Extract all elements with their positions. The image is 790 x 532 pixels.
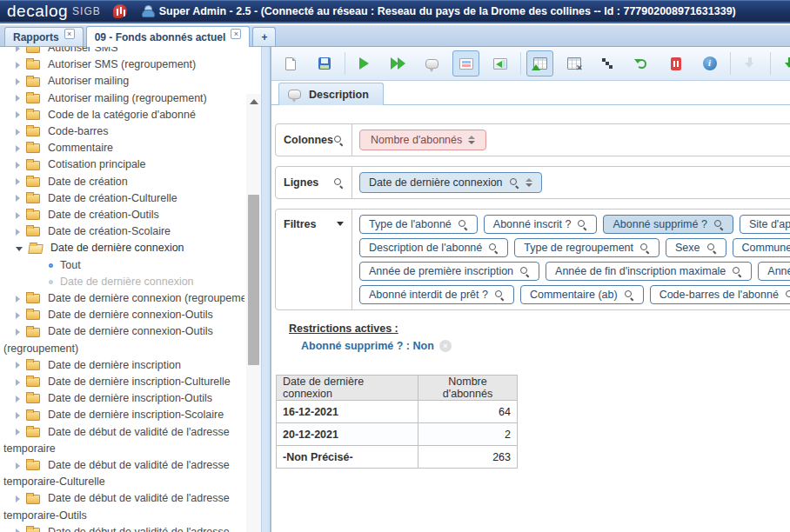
tree-item-label[interactable]: Autoriser mailing: [48, 73, 129, 90]
run-all-icon[interactable]: [385, 50, 412, 76]
filter-chip[interactable]: Description de l'abonné: [359, 238, 508, 257]
tree-item-label[interactable]: Date de début de validité de l'adresse: [48, 490, 230, 507]
chevron-right-icon[interactable]: [16, 212, 20, 219]
chevron-right-icon[interactable]: [16, 312, 20, 319]
tree-item[interactable]: Date de dernière connexion (regroupement…: [2, 290, 244, 307]
close-icon[interactable]: ×: [231, 29, 241, 39]
tree-item-label[interactable]: Code-barres: [48, 123, 108, 140]
dropdown-caret-icon[interactable]: [337, 222, 344, 226]
tab[interactable]: Rapports ×: [4, 27, 84, 46]
tree-item-label[interactable]: Autoriser mailing (regroupement): [48, 90, 207, 107]
filter-chip[interactable]: Type de regroupement: [514, 238, 659, 257]
refresh-icon[interactable]: [628, 50, 655, 76]
search-icon[interactable]: [713, 219, 724, 229]
filter-chip[interactable]: Commune: [733, 238, 790, 257]
column-chip[interactable]: Nombre d'abonnés: [359, 130, 486, 150]
remove-restriction-icon[interactable]: ×: [439, 340, 452, 352]
tree-item[interactable]: Date de création: [2, 174, 244, 190]
tree-item[interactable]: Date de dernière connexion-Outils: [2, 307, 244, 323]
chevron-right-icon[interactable]: [16, 379, 20, 386]
sort-icon[interactable]: [468, 136, 475, 144]
tree-item[interactable]: Date de dernière connexion-Outils (regro…: [2, 323, 244, 356]
close-icon[interactable]: ×: [64, 29, 75, 39]
sort-icon[interactable]: [526, 178, 532, 187]
toolbar-separator[interactable]: [345, 52, 345, 75]
scroll-up-button[interactable]: [246, 94, 261, 109]
tree-item-label[interactable]: Date de dernière inscription: [48, 357, 181, 374]
tree-item[interactable]: Autoriser mailing (regroupement): [2, 90, 244, 107]
tree-item[interactable]: Autoriser SMS: [2, 47, 244, 57]
filter-chip[interactable]: Sexe: [666, 238, 726, 257]
tree-item[interactable]: Autoriser SMS (regroupement): [2, 57, 244, 73]
new-report-icon[interactable]: [277, 50, 304, 76]
tree-item-label[interactable]: Date de dernière inscription-Culturelle: [48, 374, 231, 390]
tab-description[interactable]: Description: [278, 83, 384, 105]
tree-item[interactable]: Tout: [2, 257, 244, 274]
search-icon[interactable]: [333, 177, 344, 188]
search-icon[interactable]: [494, 289, 505, 300]
tree-item[interactable]: Date de dernière inscription-Scolaire: [2, 407, 244, 423]
tree-item-label[interactable]: Autoriser SMS: [48, 47, 118, 57]
new-tab-button[interactable]: +: [252, 27, 276, 46]
chevron-right-icon[interactable]: [16, 78, 20, 85]
search-icon[interactable]: [333, 135, 344, 145]
links-icon[interactable]: [594, 50, 621, 76]
sidebar-scrollbar[interactable]: [246, 94, 261, 532]
tree-item-label[interactable]: Date de dernière inscription-Outils: [48, 390, 212, 407]
chevron-right-icon[interactable]: [16, 47, 20, 52]
tree-item[interactable]: Date de début de validité de l'adresse: [2, 524, 244, 532]
tree-item-label[interactable]: Code de la catégorie d'abonné: [48, 107, 196, 123]
tree-item[interactable]: Date de début de validité de l'adresse t…: [2, 424, 244, 457]
tree-item-label[interactable]: Date de dernière connexion-Outils: [48, 323, 213, 340]
tree-item[interactable]: Cotisation principale: [2, 156, 244, 173]
chevron-right-icon[interactable]: [16, 95, 20, 102]
search-icon[interactable]: [509, 177, 519, 188]
tree-item-label[interactable]: Date de création-Culturelle: [48, 190, 177, 207]
search-icon[interactable]: [488, 243, 499, 253]
tab[interactable]: 09 - Fonds abonnés actuel ×: [86, 26, 251, 47]
tree-item-label[interactable]: Date de création: [48, 174, 128, 190]
tree-item-label[interactable]: Tout: [60, 257, 81, 274]
search-icon[interactable]: [519, 266, 530, 276]
chevron-right-icon[interactable]: [16, 62, 20, 69]
tree-item[interactable]: Date de dernière inscription-Outils: [2, 390, 244, 407]
table-row[interactable]: -Non Précisé- 263: [277, 446, 518, 469]
tree-item[interactable]: Date de dernière connexion: [2, 240, 244, 256]
result-table-icon[interactable]: [526, 50, 553, 76]
filter-chip[interactable]: Abonné inscrit ?: [484, 215, 598, 234]
tree-item-label[interactable]: Date de début de validité de l'adresse: [48, 457, 230, 474]
search-icon[interactable]: [624, 289, 634, 300]
tree-item[interactable]: Date de création-Outils: [2, 207, 244, 223]
tree-item-label[interactable]: Date de dernière connexion (regroupement…: [48, 290, 244, 307]
run-icon[interactable]: [351, 50, 378, 76]
chevron-right-icon[interactable]: [16, 129, 20, 136]
filter-chip[interactable]: Année de première inscription: [359, 262, 539, 281]
chevron-down-icon[interactable]: [16, 247, 23, 251]
search-icon[interactable]: [639, 243, 650, 253]
tree-item[interactable]: Commentaire: [2, 140, 244, 156]
filter-chip[interactable]: Commentaire (ab): [520, 285, 644, 304]
filter-chip[interactable]: Année du dernier: [758, 262, 790, 281]
colonnes-label[interactable]: Colonnes: [276, 124, 352, 156]
info-icon[interactable]: [696, 50, 723, 76]
tree-item-label[interactable]: Commentaire: [48, 140, 113, 156]
chevron-right-icon[interactable]: [16, 145, 20, 152]
lignes-label[interactable]: Lignes: [276, 167, 352, 198]
tree-item[interactable]: Autoriser mailing: [2, 73, 244, 90]
tree-item[interactable]: Date de dernière inscription: [2, 357, 244, 374]
search-icon[interactable]: [706, 243, 717, 253]
toolbar-separator[interactable]: [730, 52, 731, 75]
filter-chip[interactable]: Site d'appartenance: [740, 215, 790, 234]
tree-item-label[interactable]: Date de création-Outils: [48, 207, 159, 223]
chevron-right-icon[interactable]: [16, 195, 20, 202]
chevron-right-icon[interactable]: [16, 296, 20, 303]
save-icon[interactable]: [311, 50, 338, 76]
chevron-right-icon[interactable]: [16, 412, 20, 419]
tree-item[interactable]: Date de dernière connexion: [2, 274, 244, 290]
chevron-right-icon[interactable]: [16, 229, 20, 236]
comment-icon[interactable]: [418, 50, 445, 76]
tree-item[interactable]: Date de création-Scolaire: [2, 223, 244, 240]
tree-item-label[interactable]: Date de dernière inscription-Scolaire: [48, 407, 224, 423]
search-icon[interactable]: [732, 266, 742, 276]
filter-chip[interactable]: Abonné supprimé ?: [603, 215, 733, 234]
